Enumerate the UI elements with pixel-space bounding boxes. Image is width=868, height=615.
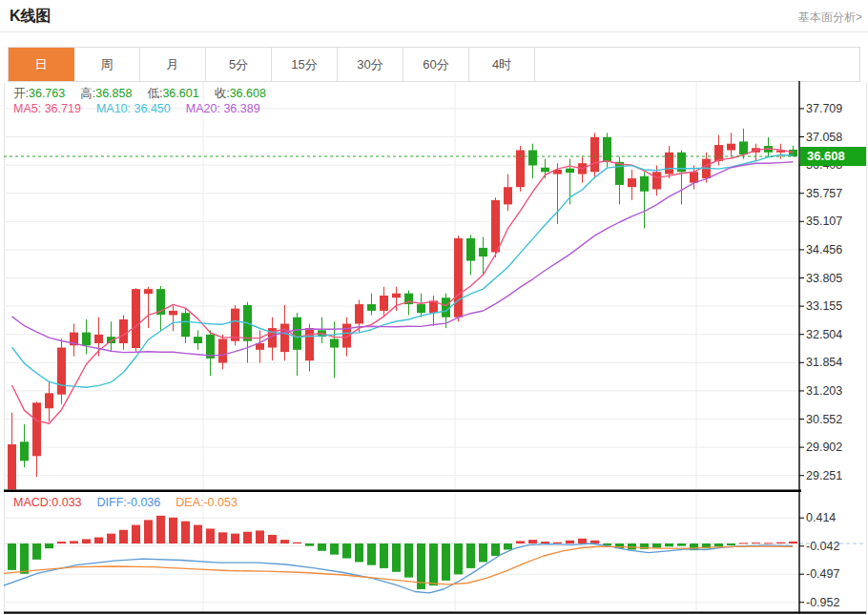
svg-text:29.902: 29.902 bbox=[806, 441, 842, 454]
diff-label: DIFF: bbox=[97, 496, 127, 509]
svg-text:-0.952: -0.952 bbox=[806, 596, 839, 609]
ma-readout: MA5: 36.719MA10: 36.450MA20: 36.389 bbox=[13, 102, 276, 115]
svg-text:29.251: 29.251 bbox=[806, 469, 842, 482]
macd-label: MACD: bbox=[13, 496, 52, 509]
svg-text:34.456: 34.456 bbox=[806, 243, 842, 256]
low-label: 低: bbox=[147, 87, 162, 100]
high-value: 36.858 bbox=[95, 87, 132, 100]
svg-text:0.414: 0.414 bbox=[806, 511, 836, 524]
close-label: 收: bbox=[215, 87, 230, 100]
svg-text:37.709: 37.709 bbox=[806, 102, 842, 115]
diff-value: -0.036 bbox=[127, 496, 160, 509]
ohlc-readout: 开:36.763高:36.858低:36.601收:36.608 bbox=[13, 86, 281, 102]
last-price-badge: 36.608 bbox=[800, 147, 866, 166]
svg-text:35.107: 35.107 bbox=[806, 215, 842, 228]
ma10-value: 36.450 bbox=[134, 102, 171, 115]
kline-page: K线图 基本面分析> 日周月5分15分30分60分4时 37.70937.058… bbox=[0, 0, 868, 615]
svg-text:35.757: 35.757 bbox=[806, 187, 842, 200]
macd-readout: MACD:0.033DIFF:-0.036DEA:-0.053 bbox=[13, 496, 253, 509]
open-value: 36.763 bbox=[29, 87, 65, 100]
open-label: 开: bbox=[13, 87, 29, 100]
ma5-label: MA5: bbox=[13, 102, 41, 115]
svg-text:-0.497: -0.497 bbox=[806, 567, 839, 581]
ma5-value: 36.719 bbox=[45, 102, 81, 115]
svg-text:-0.042: -0.042 bbox=[806, 540, 839, 553]
svg-text:31.854: 31.854 bbox=[806, 356, 842, 369]
ma10-label: MA10: bbox=[96, 102, 131, 115]
svg-text:37.058: 37.058 bbox=[806, 131, 842, 144]
high-label: 高: bbox=[80, 87, 95, 100]
svg-text:33.805: 33.805 bbox=[806, 272, 842, 285]
svg-text:33.155: 33.155 bbox=[806, 299, 842, 313]
low-value: 36.601 bbox=[162, 87, 198, 100]
ma20-label: MA20: bbox=[186, 102, 220, 115]
ma20-value: 36.389 bbox=[223, 102, 259, 115]
dea-value: -0.053 bbox=[203, 496, 237, 509]
close-value: 36.608 bbox=[230, 87, 266, 100]
svg-text:32.504: 32.504 bbox=[806, 328, 842, 341]
dea-label: DEA: bbox=[176, 496, 203, 509]
svg-text:30.552: 30.552 bbox=[806, 413, 842, 426]
macd-value: 0.033 bbox=[52, 496, 81, 509]
svg-text:31.203: 31.203 bbox=[806, 384, 842, 398]
